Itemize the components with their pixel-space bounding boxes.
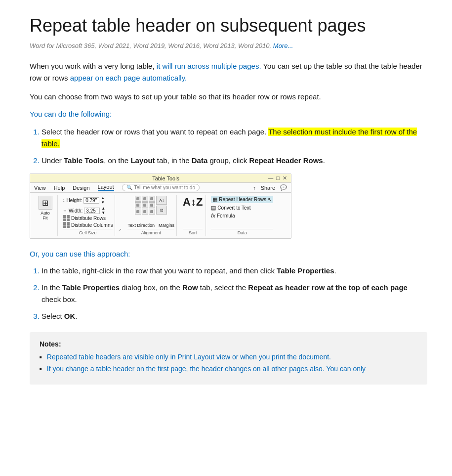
share-icon: ↑ [253, 185, 256, 191]
repeat-header-rows-label: Repeat Header Rows [219, 197, 266, 202]
ribbon-screenshot: Table Tools —□✕ View Help Design Layout … [30, 173, 291, 239]
share-label: Share [261, 185, 275, 191]
note-item-2: If you change a table header on the firs… [40, 365, 417, 373]
steps-list-section1: Select the header row or rows that you w… [41, 126, 427, 167]
cell-size-label: Cell Size [63, 229, 113, 235]
autofit-group: ⊞ AutoFit [33, 195, 58, 236]
tab-design: Design [73, 185, 89, 191]
steps-list-section2: In the table, right-click in the row tha… [41, 265, 427, 322]
height-value: 0.79" [83, 197, 99, 204]
text-direction-label: Text Direction [127, 223, 155, 228]
note-1-text: Repeated table headers are visible only … [47, 353, 331, 361]
note-2-text: If you change a table header on the firs… [47, 365, 366, 373]
alignment-group: ▤ ▤ ▤ ▤ ▤ ▤ ▤ ▤ ▤ A↕ ⊡ Text Direction Ma… [125, 195, 177, 236]
step2: Under Table Tools, on the Layout tab, in… [41, 155, 427, 167]
intro-paragraph-2: You can choose from two ways to set up y… [30, 91, 427, 103]
notes-list: Repeated table headers are visible only … [40, 353, 417, 373]
convert-to-text-icon: ▤ [211, 205, 216, 211]
can-do-paragraph: You can do the following: [30, 110, 427, 118]
step2-1: In the table, right-click in the row tha… [41, 265, 427, 277]
convert-to-text-label: Convert to Text [217, 205, 250, 211]
more-link[interactable]: More... [273, 42, 293, 49]
text-direction-icon: A↕ [156, 196, 167, 205]
data-group: ▦ Repeat Header Rows ↖ ▤ Convert to Text… [209, 195, 275, 236]
intro-paragraph-1: When you work with a very long table, it… [30, 60, 427, 84]
cursor-indicator: ↖ [268, 197, 272, 202]
cell-margins-label: Margins [159, 223, 174, 228]
notes-title: Notes: [40, 340, 417, 348]
tell-me-box: 🔍 Tell me what you want to do [122, 184, 200, 191]
page-title: Repeat table header on subsequent pages [30, 15, 427, 36]
formula-fx-icon: fx [211, 213, 215, 218]
repeat-header-icon: ▦ [212, 196, 217, 203]
data-group-label: Data [211, 229, 273, 235]
notes-box: Notes: Repeated table headers are visibl… [30, 332, 427, 385]
cell-size-group: ↕ Height: 0.79" ▲▼ ↔ Width: 3.25" ▲▼ [61, 195, 115, 236]
align-mr: ▤ [149, 202, 155, 208]
cell-margins-icon: ⊡ [156, 206, 167, 215]
step2-3: Select OK. [41, 310, 427, 322]
formula-label: Formula [217, 213, 235, 218]
align-tc: ▤ [142, 196, 148, 202]
subtitle: Word for Microsoft 365, Word 2021, Word … [30, 42, 427, 49]
align-tr: ▤ [149, 196, 155, 202]
comment-icon: 💬 [280, 184, 287, 191]
align-tl: ▤ [135, 196, 141, 202]
autofit-label: AutoFit [41, 211, 50, 220]
width-value: 3.25" [84, 208, 100, 214]
or-approach-paragraph: Or, you can use this approach: [30, 250, 427, 258]
autofit-icon: ⊞ [39, 196, 52, 210]
align-bl: ▤ [135, 209, 141, 215]
align-ml: ▤ [135, 202, 141, 208]
step1: Select the header row or rows that you w… [41, 126, 427, 150]
sort-icon: A↕Z [183, 196, 203, 209]
ribbon-tabbar: View Help Design Layout 🔍 Tell me what y… [30, 183, 291, 193]
cell-size-launcher: ↗ [118, 228, 123, 236]
alignment-label: Alignment [127, 229, 174, 235]
tab-view: View [34, 185, 46, 191]
align-br: ▤ [149, 209, 155, 215]
distribute-cols-label: Distribute Columns [71, 222, 113, 228]
tab-help: Help [54, 185, 65, 191]
distribute-rows-label: Distribute Rows [71, 216, 106, 221]
ribbon-window-controls: —□✕ [268, 175, 287, 181]
sort-group: A↕Z Sort [180, 195, 206, 236]
ribbon-title: Table Tools [152, 175, 179, 181]
ribbon-body: ⊞ AutoFit ↕ Height: 0.79" ▲▼ ↔ Width: 3.… [30, 193, 291, 238]
note-item-1: Repeated table headers are visible only … [40, 353, 417, 361]
ribbon-share-area: ↑ Share 💬 [253, 184, 287, 191]
sort-label: Sort [183, 229, 203, 235]
align-bc: ▤ [142, 209, 148, 215]
step2-2: In the Table Properties dialog box, on t… [41, 282, 427, 305]
tab-layout: Layout [98, 184, 114, 191]
align-mc: ▤ [142, 202, 148, 208]
